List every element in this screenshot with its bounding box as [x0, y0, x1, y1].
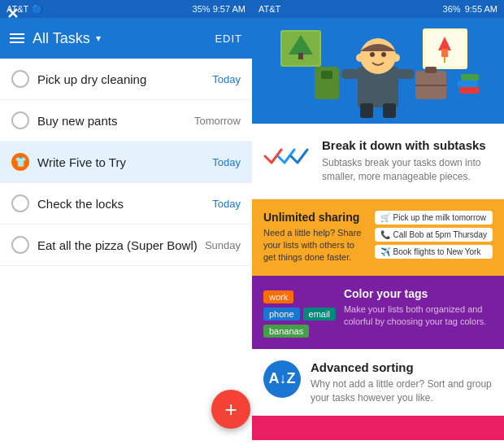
right-panel: AT&T 36% 9:55 AM ✕: [252, 0, 504, 445]
svg-point-11: [360, 38, 396, 74]
task-due: Today: [212, 198, 241, 210]
svg-rect-17: [397, 69, 415, 79]
sorting-description: Why not add a little order? Sort and gro…: [311, 377, 493, 405]
status-right: 35% 9:57 AM: [193, 4, 245, 14]
task-item-left: Pick up dry cleaning: [11, 70, 146, 88]
header-title: All Tasks ▾: [33, 30, 101, 47]
tag-chip-work: work: [263, 290, 293, 303]
sorting-title: Advanced sorting: [311, 360, 493, 374]
task-due: Today: [212, 73, 241, 85]
app-header: All Tasks ▾ EDIT: [0, 18, 252, 59]
task-circle: [11, 111, 29, 129]
task-item-left: Buy new pants: [11, 111, 117, 129]
task-due: Tomorrow: [194, 115, 241, 127]
svg-rect-8: [441, 49, 448, 57]
task-item[interactable]: Eat all the pizza (Super Bowl) Sunday: [0, 225, 252, 266]
hamburger-menu[interactable]: [10, 33, 24, 43]
subtasks-title: Break it down with subtasks: [322, 138, 493, 152]
sharing-text: Unlimited sharing Need a little help? Sh…: [263, 211, 367, 264]
svg-rect-19: [383, 103, 396, 118]
sorting-section: A↓Z Advanced sorting Why not add a littl…: [252, 349, 504, 417]
svg-rect-4: [298, 53, 303, 59]
sharing-description: Need a little help? Share your lists wit…: [263, 227, 367, 264]
svg-rect-18: [360, 103, 373, 118]
sort-icon-text: A↓Z: [269, 370, 296, 387]
task-item-highlighted[interactable]: 👕 Write Five to Try Today: [0, 142, 252, 183]
bottom-bar: [252, 416, 504, 440]
task-item[interactable]: Check the locks Today: [0, 183, 252, 225]
svg-rect-23: [425, 67, 437, 73]
task-item[interactable]: Buy new pants Tomorrow: [0, 100, 252, 142]
cart-icon: 🛒: [380, 213, 390, 222]
subtasks-text: Break it down with subtasks Subtasks bre…: [322, 138, 493, 184]
shirt-icon: 👕: [15, 156, 27, 168]
svg-point-13: [381, 52, 386, 57]
task-name: Eat all the pizza (Super Bowl): [37, 238, 198, 252]
svg-rect-26: [458, 81, 478, 87]
tags-text: Color your tags Make your lists both org…: [344, 287, 493, 329]
sharing-task-chip: ✈️ Book flights to New York: [375, 245, 493, 259]
promo-header: ✕: [252, 18, 504, 124]
phone-icon: 📞: [380, 230, 390, 239]
subtasks-section: Break it down with subtasks Subtasks bre…: [252, 124, 504, 199]
edit-button[interactable]: EDIT: [215, 33, 242, 45]
tag-chip-bananas: bananas: [263, 325, 309, 338]
header-left: All Tasks ▾: [10, 30, 101, 47]
sharing-title: Unlimited sharing: [263, 211, 367, 224]
svg-point-14: [356, 54, 364, 62]
checkmarks-icon: [263, 142, 312, 171]
svg-point-12: [370, 52, 375, 57]
tag-chip-phone: phone: [263, 308, 300, 321]
right-carrier: AT&T: [259, 4, 280, 14]
tag-chip-email: email: [303, 308, 336, 321]
sharing-section: Unlimited sharing Need a little help? Sh…: [252, 199, 504, 276]
sharing-tasks: 🛒 Pick up the milk tomorrow 📞 Call Bob a…: [375, 211, 493, 259]
fab-button[interactable]: +: [211, 390, 250, 429]
left-status-bar: AT&T 🔵 35% 9:57 AM: [0, 0, 252, 18]
tags-row-1: work: [263, 290, 336, 303]
task-list: Pick up dry cleaning Today Buy new pants…: [0, 59, 252, 445]
task-name: Buy new pants: [37, 114, 117, 128]
sort-icon: A↓Z: [263, 360, 301, 398]
svg-rect-27: [461, 74, 479, 81]
sharing-task-chip: 🛒 Pick up the milk tomorrow: [375, 211, 493, 225]
task-circle: [11, 194, 29, 212]
task-name: Pick up dry cleaning: [37, 72, 146, 86]
left-panel: AT&T 🔵 35% 9:57 AM All Tasks ▾ EDIT Pick…: [0, 0, 252, 445]
right-status-right: 36% 9:55 AM: [443, 4, 497, 14]
task-item-left: 👕 Write Five to Try: [11, 153, 126, 171]
plane-icon: ✈️: [380, 247, 390, 256]
svg-rect-25: [459, 87, 480, 94]
sharing-task-chip: 📞 Call Bob at 5pm Thursday: [375, 228, 493, 242]
task-due: Sunday: [205, 239, 241, 251]
svg-rect-16: [341, 69, 359, 79]
right-time: 9:55 AM: [465, 4, 497, 14]
tags-left: work phone email bananas: [263, 290, 336, 338]
tags-row-3: bananas: [263, 325, 336, 338]
chevron-down-icon: ▾: [96, 33, 101, 44]
battery-pct: 35%: [193, 4, 211, 14]
tags-row-2: phone email: [263, 308, 336, 321]
tags-description: Make your lists both organized and color…: [344, 303, 493, 329]
tags-title: Color your tags: [344, 287, 493, 300]
svg-rect-21: [321, 71, 332, 79]
task-due: Today: [212, 156, 241, 168]
time-left: 9:57 AM: [213, 4, 245, 14]
right-status-bar: AT&T 36% 9:55 AM: [252, 0, 504, 18]
subtasks-description: Subtasks break your tasks down into smal…: [322, 156, 493, 184]
task-circle: [11, 236, 29, 254]
task-circle-icon: 👕: [11, 153, 29, 171]
right-battery: 36%: [443, 4, 461, 14]
bt-icon: 🔵: [32, 4, 43, 15]
character-illustration: [264, 22, 492, 120]
task-item-left: Eat all the pizza (Super Bowl): [11, 236, 198, 254]
task-item-left: Check the locks: [11, 194, 124, 212]
task-item[interactable]: Pick up dry cleaning Today: [0, 59, 252, 100]
color-tags-section: work phone email bananas Color your tags…: [252, 276, 504, 349]
svg-point-15: [392, 54, 400, 62]
task-name: Check the locks: [37, 197, 124, 211]
task-name: Write Five to Try: [37, 155, 126, 169]
task-circle: [11, 70, 29, 88]
sorting-text: Advanced sorting Why not add a little or…: [311, 360, 493, 405]
